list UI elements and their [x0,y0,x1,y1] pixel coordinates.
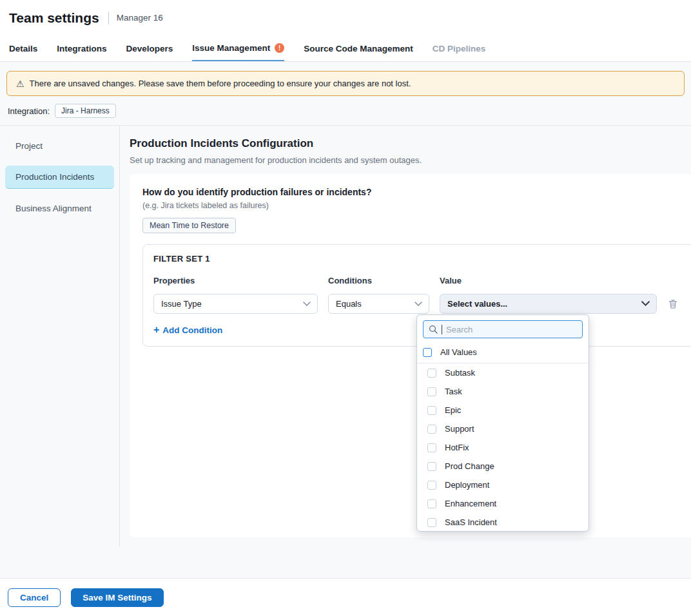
tab-source-code-management[interactable]: Source Code Management [304,35,413,61]
condition-select[interactable]: Equals [328,294,429,314]
section-subtitle: Set up tracking and management for produ… [130,155,691,165]
chevron-down-icon [303,302,311,307]
conditions-column-label: Conditions [328,276,429,285]
property-select[interactable]: Issue Type [153,294,318,314]
integration-row: Integration: Jira - Harness [0,96,691,125]
option-hotfix[interactable]: HotFix [417,438,589,457]
checkbox[interactable] [427,406,436,415]
checkbox[interactable] [427,499,436,508]
option-support[interactable]: Support [417,419,589,438]
add-condition-button[interactable]: + Add Condition [153,325,222,335]
option-all-values[interactable]: All Values [417,343,589,363]
search-input[interactable]: Search [423,320,583,338]
option-subtask[interactable]: Subtask [417,363,589,382]
page: Team settings Manager 16 Details Integra… [0,0,691,616]
metric-chip[interactable]: Mean Time to Restore [142,218,236,233]
footer-bar: Cancel Save IM Settings [0,578,691,616]
properties-column-label: Properties [153,276,318,285]
title-divider [108,12,109,24]
checkbox[interactable] [427,425,436,434]
section-title: Production Incidents Configuration [130,137,691,150]
option-deployment[interactable]: Deployment [417,476,589,494]
value-dropdown-menu: Search All Values Subtask Task Epic Supp… [416,314,589,532]
plus-icon: + [153,325,159,335]
question-hint: (e.g. Jira tickets labeled as failures) [142,201,691,210]
alert-badge-icon: ! [275,43,284,53]
tab-developers[interactable]: Developers [126,35,173,61]
search-icon [429,325,438,334]
filter-row: Issue Type Equals Select values... [153,294,691,314]
sidebar-item-project[interactable]: Project [5,135,114,157]
value-select[interactable]: Select values... [440,294,657,314]
sidebar-item-production-incidents[interactable]: Production Incidents [5,166,114,189]
checkbox[interactable] [427,462,436,471]
cancel-button[interactable]: Cancel [8,588,61,607]
checkbox[interactable] [427,481,436,490]
sidebar-item-business-alignment[interactable]: Business Alignment [5,197,114,220]
checkbox[interactable] [427,518,436,527]
text-caret [442,325,442,334]
tab-cd-pipelines: CD Pipelines [433,35,486,61]
banner-text: There are unsaved changes. Please save t… [30,79,411,88]
main-panel: Production Incidents Configuration Set u… [120,126,691,547]
page-title: Team settings [9,10,99,26]
integration-chip[interactable]: Jira - Harness [55,104,116,118]
filter-set-title: FILTER SET 1 [153,254,691,264]
option-epic[interactable]: Epic [417,401,589,419]
unsaved-changes-banner: ⚠ There are unsaved changes. Please save… [6,71,685,96]
delete-filter-icon[interactable] [667,298,679,310]
filter-column-headers: Properties Conditions Value [153,276,691,285]
tab-bar: Details Integrations Developers Issue Ma… [0,35,691,62]
question-heading: How do you identify production failures … [142,187,691,197]
checkbox[interactable] [427,369,436,378]
chevron-down-icon [414,302,422,307]
sidebar: Project Production Incidents Business Al… [0,126,120,547]
config-card: How do you identify production failures … [130,174,691,537]
tab-integrations[interactable]: Integrations [57,35,106,61]
warning-icon: ⚠ [16,79,24,88]
option-saas-incident[interactable]: SaaS Incident [417,513,589,532]
search-placeholder: Search [446,325,472,334]
option-enhancement[interactable]: Enhancement [417,494,589,513]
team-name: Manager 16 [117,13,163,23]
chevron-down-icon [641,301,650,307]
tab-issue-management[interactable]: Issue Management ! [192,35,284,61]
tab-details[interactable]: Details [9,35,37,61]
save-im-settings-button[interactable]: Save IM Settings [71,588,163,607]
option-task[interactable]: Task [417,382,589,401]
integration-label: Integration: [8,106,50,116]
all-values-checkbox[interactable] [423,348,432,357]
option-prod-change[interactable]: Prod Change [417,457,589,476]
value-column-label: Value [440,276,657,285]
checkbox[interactable] [427,443,436,452]
checkbox[interactable] [427,387,436,396]
page-header: Team settings Manager 16 [0,0,691,35]
